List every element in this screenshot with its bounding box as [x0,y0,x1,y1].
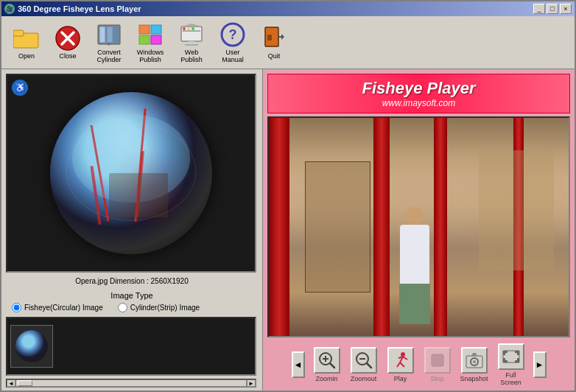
fullscreen-label: FullScreen [500,371,521,386]
close-circle-icon [55,25,81,52]
svg-rect-25 [267,35,272,41]
svg-rect-7 [107,27,113,43]
thumbnail-image [15,330,48,363]
app-icon: 🎥 [4,4,15,14]
svg-point-19 [183,27,186,30]
zoomout-label: Zoomout [351,375,377,382]
windows-publish-button[interactable]: WindowsPublish [131,20,169,66]
svg-line-44 [403,357,407,360]
svg-text:?: ? [229,27,237,42]
web-icon [178,21,205,48]
svg-line-43 [400,363,404,367]
person-head [406,207,424,225]
title-bar-controls[interactable]: _ □ × [533,4,572,14]
convert-cylinder-button[interactable]: ⟳ ConvertCylinder [90,20,128,66]
folder-icon [13,25,40,52]
player-view [267,116,570,337]
svg-rect-31 [109,173,168,217]
fullscreen-icon [498,343,524,370]
quit-label: Quit [268,53,281,60]
close-button[interactable]: × [560,4,572,14]
maximize-button[interactable]: □ [547,4,558,14]
fullscreen-button[interactable]: FullScreen [496,343,526,386]
fisheye-radio[interactable] [12,303,21,312]
close-file-button[interactable]: Close [49,20,87,66]
fisheye-option[interactable]: Fisheye(Circular) Image [12,303,103,312]
right-panel: Fisheye Player www.imaysoft.com [263,69,575,392]
player-image [269,118,569,336]
zoomin-button[interactable]: Zoomin [312,347,342,382]
brand-url: www.imaysoft.com [277,98,561,108]
svg-point-20 [187,27,190,30]
image-type-options: Fisheye(Circular) Image Cylinder(Strip) … [12,303,252,312]
svg-rect-16 [189,41,194,44]
toolbar: Open Close ⟳ ConvertCylinder [1,16,575,69]
horizontal-scrollbar[interactable]: ◄ ► [6,379,256,388]
brand-header: Fisheye Player www.imaysoft.com [267,74,570,113]
stop-icon [424,347,451,374]
thumbnail-strip [6,317,256,376]
nav-left-button[interactable]: ◄ [292,351,305,378]
person-legs [399,284,430,324]
pillar-3 [434,118,447,336]
svg-marker-27 [281,34,284,40]
snapshot-button[interactable]: Snapshot [460,347,489,382]
file-info: Opera.jpg Dimension : 2560X1920 [6,276,258,287]
svg-marker-15 [181,24,202,27]
accessibility-icon: ♿ [12,80,28,96]
player-controls: ◄ Zoomin [267,340,570,389]
scroll-left-button[interactable]: ◄ [7,379,15,387]
web-publish-button[interactable]: WebPublish [172,20,211,66]
svg-rect-11 [151,25,161,34]
open-label: Open [18,53,35,60]
scroll-track[interactable] [15,379,247,387]
svg-marker-48 [471,353,477,356]
user-manual-label: UserManual [222,49,244,64]
svg-rect-17 [185,44,198,46]
person-body [400,225,429,284]
web-publish-label: WebPublish [180,49,203,64]
main-content: ♿ Opera.jpg Dimension : 2560X1920 Image [1,69,575,392]
minimize-button[interactable]: _ [533,4,545,14]
fisheye-view: ♿ [6,74,256,273]
fisheye-image [50,92,212,254]
play-button[interactable]: Play [386,347,415,382]
cylinder-option[interactable]: Cylinder(Strip) Image [118,303,200,312]
image-type-section: Image Type Fisheye(Circular) Image Cylin… [6,290,258,314]
title-bar: 🎥 360 Degree Fisheye Lens Player _ □ × [1,1,575,16]
cylinder-label: Cylinder(Strip) Image [130,304,200,312]
svg-rect-6 [99,27,105,43]
nav-right-button[interactable]: ► [533,351,547,378]
open-button[interactable]: Open [7,20,46,66]
cylinder-icon: ⟳ [96,21,122,48]
cylinder-radio[interactable] [118,303,127,312]
svg-point-50 [473,360,476,363]
pillar-1 [269,118,289,336]
user-manual-button[interactable]: ? UserManual [214,20,252,66]
stop-button[interactable]: Stop [423,347,452,382]
background-door [305,161,371,293]
windows-icon [137,21,164,48]
brand-title: Fisheye Player [277,79,561,98]
quit-button[interactable]: Quit [255,20,293,66]
window-title: 360 Degree Fisheye Lens Player [18,4,141,13]
svg-rect-12 [139,35,150,44]
svg-line-42 [397,363,400,367]
pillar-2 [373,118,390,336]
svg-rect-10 [139,25,150,34]
person-figure [395,207,435,325]
zoomout-button[interactable]: Zoomout [349,347,379,382]
svg-rect-8 [114,27,119,43]
close-label: Close [59,53,76,60]
manual-icon: ? [219,21,246,48]
zoomin-icon [314,347,340,374]
left-panel: ♿ Opera.jpg Dimension : 2560X1920 Image [1,69,263,392]
scroll-right-button[interactable]: ► [247,379,256,387]
play-icon [387,347,414,374]
snapshot-icon [461,347,488,374]
stop-label: Stop [430,375,444,382]
scroll-thumb[interactable] [18,380,32,386]
thumbnail-item[interactable] [10,325,53,368]
svg-point-21 [192,27,194,30]
quit-icon [261,25,287,52]
